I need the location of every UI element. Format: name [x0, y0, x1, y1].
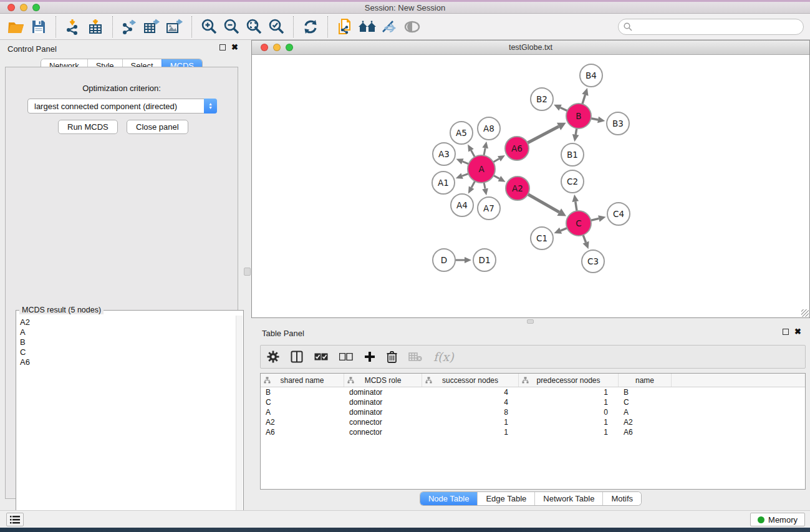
graph-node-A3[interactable]	[433, 143, 455, 165]
export-image-icon[interactable]	[163, 16, 186, 38]
column-header-mcds-role[interactable]: MCDS role	[344, 374, 422, 387]
result-item[interactable]: A	[20, 327, 233, 337]
graph-node-A6[interactable]	[505, 137, 529, 160]
graph-node-A5[interactable]	[450, 122, 473, 144]
graph-node-B3[interactable]	[607, 112, 629, 135]
task-history-button[interactable]	[6, 513, 24, 526]
tab-motifs[interactable]: Motifs	[602, 492, 641, 505]
app-titlebar: Session: New Session	[0, 0, 810, 14]
float-panel-icon[interactable]	[219, 44, 226, 51]
session-title: Session: New Session	[0, 0, 810, 15]
result-scrollbar[interactable]	[236, 316, 243, 523]
close-network-window-button[interactable]	[261, 44, 268, 51]
graph-edge-arrowhead	[598, 215, 605, 221]
graph-node-D1[interactable]	[473, 249, 496, 271]
graph-node-C4[interactable]	[607, 203, 630, 225]
select-all-columns-icon[interactable]	[314, 353, 328, 360]
close-window-button[interactable]	[7, 4, 15, 11]
open-file-icon[interactable]	[5, 16, 27, 38]
delete-column-trash-icon[interactable]	[387, 351, 397, 363]
graph-node-C1[interactable]	[531, 227, 553, 249]
show-hide-graphics-details-icon[interactable]	[378, 16, 401, 38]
zoom-selected-icon[interactable]	[265, 16, 287, 38]
column-header-name[interactable]: name	[619, 374, 672, 387]
graph-node-B4[interactable]	[580, 64, 602, 87]
table-row[interactable]: A6 connector 1 1 A6	[261, 427, 805, 437]
minimize-network-window-button[interactable]	[273, 44, 281, 51]
export-table-icon[interactable]	[141, 16, 163, 38]
zoom-in-icon[interactable]	[198, 16, 220, 38]
create-new-column-icon[interactable]	[364, 351, 375, 362]
zoom-out-icon[interactable]	[220, 16, 243, 38]
result-item[interactable]: C	[20, 347, 233, 357]
graph-node-C2[interactable]	[561, 170, 584, 193]
vertical-divider-grip[interactable]	[244, 268, 251, 276]
mcds-tab-content: Optimization criterion: largest connecte…	[5, 67, 238, 499]
first-neighbors-icon[interactable]	[356, 16, 378, 38]
table-row[interactable]: A2 connector 1 1 A2	[261, 417, 805, 427]
new-network-from-selection-icon[interactable]	[334, 16, 356, 38]
result-item[interactable]: A2	[20, 317, 233, 327]
toolbar-separator	[55, 16, 56, 37]
graph-node-A8[interactable]	[478, 117, 500, 140]
minimize-window-button[interactable]	[20, 4, 27, 11]
graph-node-D[interactable]	[433, 249, 455, 271]
export-network-icon[interactable]	[118, 16, 141, 38]
criterion-dropdown[interactable]: largest connected component (directed) ▲…	[27, 99, 217, 114]
zoom-fit-icon[interactable]	[243, 16, 265, 38]
memory-button[interactable]: Memory	[750, 513, 805, 526]
function-builder-icon: f(x)	[433, 350, 454, 364]
close-panel-icon[interactable]: ✖	[231, 44, 238, 51]
graph-node-B2[interactable]	[531, 88, 553, 110]
table-row[interactable]: A dominator 8 0 A	[261, 407, 805, 417]
unselect-all-columns-icon[interactable]	[339, 353, 353, 360]
search-input[interactable]	[618, 19, 804, 35]
table-row[interactable]: B dominator 4 1 B	[261, 387, 805, 397]
graph-edge-arrowhead	[465, 257, 471, 263]
graph-node-A2[interactable]	[506, 177, 529, 200]
graph-node-A[interactable]	[468, 155, 495, 183]
network-window-titlebar[interactable]: testGlobe.txt	[252, 41, 809, 55]
result-item[interactable]: A6	[20, 357, 233, 367]
list-icon	[10, 516, 20, 524]
dropdown-stepper-icon: ▲▼	[204, 99, 217, 114]
horizontal-divider-grip[interactable]	[527, 319, 534, 324]
import-network-icon[interactable]	[62, 16, 84, 38]
float-table-panel-icon[interactable]	[783, 329, 789, 335]
graph-node-C3[interactable]	[582, 250, 604, 273]
zoom-network-window-button[interactable]	[286, 44, 293, 51]
network-canvas[interactable]: B4B2BB3A8A5A6A3B1AA1C2A2A4A7C4CC1C3DD1	[252, 55, 809, 317]
search-icon	[624, 22, 632, 31]
result-item[interactable]: B	[20, 337, 233, 347]
column-header-predecessor-nodes[interactable]: predecessor nodes	[519, 374, 619, 387]
refresh-icon[interactable]	[299, 16, 322, 38]
shared-column-icon	[425, 377, 432, 384]
table-settings-gear-icon[interactable]	[267, 351, 279, 363]
optimization-criterion-label: Optimization criterion:	[6, 84, 238, 93]
show-column-panel-icon[interactable]	[291, 351, 303, 363]
window-resize-grip[interactable]	[801, 309, 809, 317]
graph-edge-arrowhead	[583, 241, 589, 249]
mcds-result-title: MCDS result (5 nodes)	[19, 306, 104, 314]
graph-node-A7[interactable]	[478, 197, 500, 220]
close-panel-button[interactable]: Close panel	[127, 120, 188, 134]
graph-node-B[interactable]	[566, 104, 591, 128]
mcds-result-list[interactable]: A2 A B C A6	[17, 316, 236, 523]
graph-node-B1[interactable]	[561, 143, 584, 166]
tab-network-table[interactable]: Network Table	[534, 492, 602, 505]
close-table-panel-icon[interactable]: ✖	[794, 329, 801, 335]
zoom-window-button[interactable]	[32, 4, 40, 11]
birds-eye-view-icon[interactable]	[401, 16, 423, 38]
import-table-icon[interactable]	[84, 16, 107, 38]
table-row[interactable]: C dominator 4 1 C	[261, 397, 805, 407]
graph-node-A1[interactable]	[432, 172, 455, 194]
tab-node-table[interactable]: Node Table	[420, 492, 478, 505]
run-mcds-button[interactable]: Run MCDS	[58, 120, 118, 134]
graph-node-A4[interactable]	[451, 194, 473, 216]
graph-node-C[interactable]	[566, 211, 591, 236]
save-session-icon[interactable]	[27, 16, 50, 38]
column-header-successor-nodes[interactable]: successor nodes	[422, 374, 519, 387]
tab-edge-table[interactable]: Edge Table	[477, 492, 534, 505]
column-header-shared-name[interactable]: shared name	[261, 374, 344, 387]
toolbar-separator	[293, 16, 294, 37]
